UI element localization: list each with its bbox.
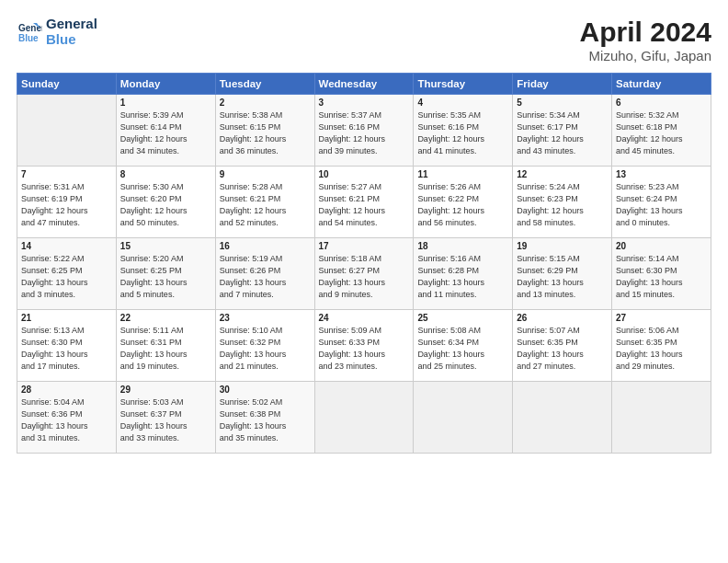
calendar-title: April 2024: [580, 17, 711, 48]
calendar-cell: 15Sunrise: 5:20 AM Sunset: 6:25 PM Dayli…: [116, 238, 215, 310]
day-info: Sunrise: 5:14 AM Sunset: 6:30 PM Dayligh…: [616, 253, 707, 301]
day-number: 24: [319, 313, 410, 323]
day-number: 30: [220, 385, 311, 395]
calendar-cell: 20Sunrise: 5:14 AM Sunset: 6:30 PM Dayli…: [612, 238, 711, 310]
day-number: 28: [21, 385, 112, 395]
logo-general: General: [46, 17, 97, 32]
day-info: Sunrise: 5:27 AM Sunset: 6:21 PM Dayligh…: [319, 181, 410, 229]
day-number: 16: [220, 241, 311, 251]
day-info: Sunrise: 5:19 AM Sunset: 6:26 PM Dayligh…: [220, 253, 311, 301]
day-info: Sunrise: 5:26 AM Sunset: 6:22 PM Dayligh…: [417, 181, 508, 229]
header: General Blue General Blue April 2024 Miz…: [17, 17, 711, 63]
day-info: Sunrise: 5:11 AM Sunset: 6:31 PM Dayligh…: [120, 325, 211, 373]
col-sunday: Sunday: [17, 74, 117, 95]
day-number: 10: [319, 169, 410, 179]
day-info: Sunrise: 5:38 AM Sunset: 6:15 PM Dayligh…: [220, 109, 311, 157]
day-number: 21: [21, 313, 112, 323]
day-info: Sunrise: 5:04 AM Sunset: 6:36 PM Dayligh…: [21, 396, 112, 444]
calendar-cell: 2Sunrise: 5:38 AM Sunset: 6:15 PM Daylig…: [215, 95, 314, 167]
day-info: Sunrise: 5:15 AM Sunset: 6:29 PM Dayligh…: [517, 253, 608, 301]
day-info: Sunrise: 5:08 AM Sunset: 6:34 PM Dayligh…: [417, 325, 508, 373]
calendar-cell: 5Sunrise: 5:34 AM Sunset: 6:17 PM Daylig…: [513, 95, 612, 167]
day-number: 29: [120, 385, 211, 395]
day-number: 27: [616, 313, 707, 323]
col-friday: Friday: [513, 74, 612, 95]
day-info: Sunrise: 5:20 AM Sunset: 6:25 PM Dayligh…: [120, 253, 211, 301]
calendar-cell: 30Sunrise: 5:02 AM Sunset: 6:38 PM Dayli…: [215, 382, 314, 454]
calendar-cell: 4Sunrise: 5:35 AM Sunset: 6:16 PM Daylig…: [414, 95, 513, 167]
col-monday: Monday: [116, 74, 215, 95]
calendar-cell: 1Sunrise: 5:39 AM Sunset: 6:14 PM Daylig…: [116, 95, 215, 167]
svg-text:Blue: Blue: [18, 33, 39, 43]
calendar-cell: 26Sunrise: 5:07 AM Sunset: 6:35 PM Dayli…: [513, 310, 612, 382]
calendar-cell: 27Sunrise: 5:06 AM Sunset: 6:35 PM Dayli…: [612, 310, 711, 382]
logo: General Blue General Blue: [17, 17, 97, 47]
day-number: 8: [120, 169, 211, 179]
calendar-cell: [513, 382, 612, 454]
day-number: 22: [120, 313, 211, 323]
calendar-cell: 22Sunrise: 5:11 AM Sunset: 6:31 PM Dayli…: [116, 310, 215, 382]
day-info: Sunrise: 5:23 AM Sunset: 6:24 PM Dayligh…: [616, 181, 707, 229]
calendar-cell: 29Sunrise: 5:03 AM Sunset: 6:37 PM Dayli…: [116, 382, 215, 454]
day-info: Sunrise: 5:39 AM Sunset: 6:14 PM Dayligh…: [120, 109, 211, 157]
logo-blue: Blue: [46, 32, 97, 48]
col-tuesday: Tuesday: [215, 74, 314, 95]
day-number: 12: [517, 169, 608, 179]
day-number: 7: [21, 169, 112, 179]
calendar-cell: 28Sunrise: 5:04 AM Sunset: 6:36 PM Dayli…: [17, 382, 117, 454]
day-info: Sunrise: 5:06 AM Sunset: 6:35 PM Dayligh…: [616, 325, 707, 373]
day-info: Sunrise: 5:34 AM Sunset: 6:17 PM Dayligh…: [517, 109, 608, 157]
calendar-cell: 11Sunrise: 5:26 AM Sunset: 6:22 PM Dayli…: [414, 167, 513, 238]
calendar-cell: 18Sunrise: 5:16 AM Sunset: 6:28 PM Dayli…: [414, 238, 513, 310]
calendar-cell: 8Sunrise: 5:30 AM Sunset: 6:20 PM Daylig…: [116, 167, 215, 238]
calendar-cell: 17Sunrise: 5:18 AM Sunset: 6:27 PM Dayli…: [314, 238, 414, 310]
day-info: Sunrise: 5:10 AM Sunset: 6:32 PM Dayligh…: [220, 325, 311, 373]
day-info: Sunrise: 5:09 AM Sunset: 6:33 PM Dayligh…: [319, 325, 410, 373]
day-number: 4: [417, 98, 508, 108]
day-info: Sunrise: 5:16 AM Sunset: 6:28 PM Dayligh…: [417, 253, 508, 301]
day-info: Sunrise: 5:32 AM Sunset: 6:18 PM Dayligh…: [616, 109, 707, 157]
calendar-table: SundayMondayTuesdayWednesdayThursdayFrid…: [17, 73, 711, 454]
week-row-5: 28Sunrise: 5:04 AM Sunset: 6:36 PM Dayli…: [17, 382, 711, 454]
calendar-cell: 3Sunrise: 5:37 AM Sunset: 6:16 PM Daylig…: [314, 95, 414, 167]
calendar-cell: 13Sunrise: 5:23 AM Sunset: 6:24 PM Dayli…: [612, 167, 711, 238]
day-number: 18: [417, 241, 508, 251]
col-thursday: Thursday: [414, 74, 513, 95]
calendar-cell: 6Sunrise: 5:32 AM Sunset: 6:18 PM Daylig…: [612, 95, 711, 167]
week-row-2: 7Sunrise: 5:31 AM Sunset: 6:19 PM Daylig…: [17, 167, 711, 238]
week-row-4: 21Sunrise: 5:13 AM Sunset: 6:30 PM Dayli…: [17, 310, 711, 382]
day-number: 19: [517, 241, 608, 251]
svg-text:General: General: [18, 23, 42, 33]
day-number: 17: [319, 241, 410, 251]
calendar-cell: 10Sunrise: 5:27 AM Sunset: 6:21 PM Dayli…: [314, 167, 414, 238]
day-number: 6: [616, 98, 707, 108]
calendar-cell: 19Sunrise: 5:15 AM Sunset: 6:29 PM Dayli…: [513, 238, 612, 310]
day-info: Sunrise: 5:31 AM Sunset: 6:19 PM Dayligh…: [21, 181, 112, 229]
col-wednesday: Wednesday: [314, 74, 414, 95]
calendar-subtitle: Mizuho, Gifu, Japan: [580, 48, 711, 63]
day-number: 23: [220, 313, 311, 323]
day-info: Sunrise: 5:18 AM Sunset: 6:27 PM Dayligh…: [319, 253, 410, 301]
col-saturday: Saturday: [612, 74, 711, 95]
calendar-cell: 7Sunrise: 5:31 AM Sunset: 6:19 PM Daylig…: [17, 167, 117, 238]
day-number: 20: [616, 241, 707, 251]
page: General Blue General Blue April 2024 Miz…: [0, 0, 728, 563]
day-info: Sunrise: 5:35 AM Sunset: 6:16 PM Dayligh…: [417, 109, 508, 157]
day-number: 14: [21, 241, 112, 251]
calendar-cell: 12Sunrise: 5:24 AM Sunset: 6:23 PM Dayli…: [513, 167, 612, 238]
calendar-cell: [612, 382, 711, 454]
title-section: April 2024 Mizuho, Gifu, Japan: [580, 17, 711, 63]
day-info: Sunrise: 5:30 AM Sunset: 6:20 PM Dayligh…: [120, 181, 211, 229]
logo-icon: General Blue: [17, 19, 42, 45]
calendar-cell: 14Sunrise: 5:22 AM Sunset: 6:25 PM Dayli…: [17, 238, 117, 310]
day-number: 1: [120, 98, 211, 108]
week-row-1: 1Sunrise: 5:39 AM Sunset: 6:14 PM Daylig…: [17, 95, 711, 167]
day-info: Sunrise: 5:24 AM Sunset: 6:23 PM Dayligh…: [517, 181, 608, 229]
day-info: Sunrise: 5:13 AM Sunset: 6:30 PM Dayligh…: [21, 325, 112, 373]
day-info: Sunrise: 5:03 AM Sunset: 6:37 PM Dayligh…: [120, 396, 211, 444]
calendar-cell: 9Sunrise: 5:28 AM Sunset: 6:21 PM Daylig…: [215, 167, 314, 238]
calendar-cell: [314, 382, 414, 454]
day-number: 15: [120, 241, 211, 251]
calendar-cell: 25Sunrise: 5:08 AM Sunset: 6:34 PM Dayli…: [414, 310, 513, 382]
day-number: 5: [517, 98, 608, 108]
